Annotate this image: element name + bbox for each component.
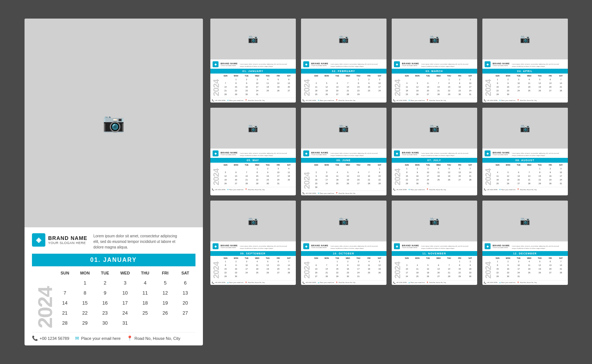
small-cal-cell bbox=[231, 167, 241, 170]
small-brand-icon: ◈ bbox=[213, 243, 219, 249]
small-cal-cell: 14 bbox=[284, 264, 294, 267]
small-contact-row: 📞 +00 1234 56789 ✉ Place your email here… bbox=[392, 98, 477, 103]
day-fri: FRI bbox=[155, 269, 175, 277]
small-cal-row: 15161718192021 bbox=[402, 174, 476, 178]
small-cal-cell: 13 bbox=[433, 267, 444, 271]
small-phone-icon: 📞 bbox=[393, 282, 395, 284]
small-cal-cell: 27 bbox=[513, 182, 524, 185]
small-year-label: 2024 bbox=[483, 74, 492, 96]
small-address-text: Road No, House No, City bbox=[429, 189, 446, 191]
small-email: ✉ Place your email here bbox=[318, 99, 334, 101]
small-brand-row: ◈ BRAND NAME YOUR SLOGAN HERE Lorem ipsu… bbox=[210, 59, 296, 68]
small-cal-cell: 21 bbox=[465, 174, 475, 178]
camera-icon: 📷 bbox=[520, 34, 530, 44]
small-cal-cell bbox=[332, 78, 342, 81]
small-cal-cell bbox=[503, 167, 513, 170]
small-cal-cell: 20 bbox=[454, 174, 465, 178]
small-cal-row: 17181920212223 bbox=[402, 271, 476, 274]
small-cal-cell: 17 bbox=[374, 85, 385, 88]
small-email-text: Place your email here bbox=[501, 282, 516, 283]
small-cal-cell: 26 bbox=[374, 271, 385, 274]
small-cal-header: SUNMONTUEWEDTHUFRISAT bbox=[220, 163, 294, 166]
small-email: ✉ Place your email here bbox=[227, 282, 244, 284]
camera-icon: 📷 bbox=[339, 34, 349, 44]
small-cal-cell: 19 bbox=[273, 85, 284, 88]
cal-cell: 17 bbox=[115, 298, 135, 308]
small-cal-cell bbox=[343, 78, 353, 81]
small-cal-row: 25262728293031 bbox=[402, 92, 476, 96]
small-cal-cell: 12 bbox=[534, 81, 545, 85]
small-cal-cell: 17 bbox=[465, 85, 475, 88]
phone-contact: 📞 +00 1234 56789 bbox=[32, 335, 69, 341]
small-cal-cell: 29 bbox=[492, 275, 503, 278]
small-cal-cell: 12 bbox=[534, 264, 545, 267]
small-phone-text: +00 1234 56789 bbox=[487, 282, 498, 283]
small-email-text: Place your email here bbox=[411, 100, 425, 101]
small-cal-cell: 30 bbox=[503, 275, 513, 278]
small-cal-cell: 1 bbox=[492, 260, 503, 263]
small-cal-grid: SUNMONTUEWEDTHUFRISAT1234567891011121314… bbox=[220, 257, 294, 279]
cal-row: 28 29 30 31 bbox=[55, 318, 195, 328]
small-cal-hcell: WED bbox=[524, 163, 534, 166]
small-cal-hcell: MON bbox=[321, 163, 332, 166]
small-cal-cell: 16 bbox=[412, 174, 423, 178]
small-cal-row: 293031 bbox=[492, 275, 566, 278]
small-address: 📍 Road No, House No, City bbox=[336, 282, 355, 284]
small-cal-cell: 25 bbox=[252, 271, 262, 274]
small-cal-grid: SUNMONTUEWEDTHUFRISAT1234567891011121314… bbox=[311, 257, 385, 279]
small-cal-cell bbox=[273, 275, 284, 278]
small-cal-cell: 28 bbox=[284, 271, 294, 274]
small-cal-cell: 2 bbox=[412, 167, 423, 170]
cal-cell: 13 bbox=[175, 288, 195, 298]
small-cal-cell: 21 bbox=[220, 89, 231, 92]
small-cal-cell: 25 bbox=[492, 182, 503, 185]
small-brand-row: ◈ BRAND NAME YOUR SLOGAN HERE Lorem ipsu… bbox=[392, 241, 477, 250]
small-cal-cell: 26 bbox=[503, 182, 513, 185]
small-cal-cell: 13 bbox=[273, 264, 284, 267]
small-location-icon: 📍 bbox=[245, 188, 247, 191]
small-brand-desc: Lorem ipsum dolor sit amet, consectetur … bbox=[240, 243, 294, 249]
small-cal-cell: 23 bbox=[311, 182, 321, 185]
small-cal-wrapper: 2024SUNMONTUEWEDTHUFRISAT123456789101112… bbox=[392, 163, 477, 187]
small-email-icon: ✉ bbox=[408, 282, 410, 284]
cal-cell: 10 bbox=[115, 288, 135, 298]
small-location-icon: 📍 bbox=[517, 282, 519, 284]
small-cal-cell: 3 bbox=[513, 260, 524, 263]
small-cal-header: SUNMONTUEWEDTHUFRISAT bbox=[220, 74, 294, 77]
small-cal-cell: 7 bbox=[364, 170, 374, 174]
small-cal-cell: 5 bbox=[503, 170, 513, 174]
small-cal-cell: 13 bbox=[545, 264, 556, 267]
small-cal-cell: 22 bbox=[534, 178, 545, 181]
small-brand-slogan: YOUR SLOGAN HERE bbox=[493, 154, 510, 156]
small-cal-hcell: SUN bbox=[311, 257, 321, 260]
cal-row: 1 2 3 4 5 6 bbox=[55, 278, 195, 287]
small-cal-cell: 1 bbox=[534, 167, 545, 170]
month-number-large: 01. bbox=[90, 257, 103, 263]
small-cal-header: SUNMONTUEWEDTHUFRISAT bbox=[492, 257, 566, 260]
small-cal-cell: 18 bbox=[332, 178, 342, 181]
brand-slogan: YOUR SLOGAN HERE bbox=[48, 241, 88, 245]
small-cal-row: 45678910 bbox=[492, 170, 566, 174]
cal-cell: 23 bbox=[95, 308, 115, 318]
small-cal-cell: 15 bbox=[534, 174, 545, 178]
small-cal-hcell: SUN bbox=[220, 163, 231, 166]
small-cal-cell bbox=[423, 260, 433, 263]
small-cal-cell: 20 bbox=[231, 178, 241, 181]
small-brand-row: ◈ BRAND NAME YOUR SLOGAN HERE Lorem ipsu… bbox=[301, 149, 386, 157]
small-cal-cell: 15 bbox=[402, 174, 412, 178]
small-year-label: 2024 bbox=[392, 74, 402, 96]
cal-cell: 8 bbox=[75, 288, 95, 298]
small-cal-row: 293031 bbox=[402, 182, 476, 185]
small-cal-hcell: SUN bbox=[492, 257, 503, 260]
small-cal-cell: 26 bbox=[273, 89, 284, 92]
small-phone: 📞 +00 1234 56789 bbox=[212, 282, 226, 284]
small-cal-row: 10111213141516 bbox=[402, 267, 476, 271]
cal-cell: 11 bbox=[135, 288, 155, 298]
small-cal-cell: 3 bbox=[252, 78, 262, 81]
small-cal-cell bbox=[273, 92, 284, 96]
small-cal-cell: 26 bbox=[423, 275, 433, 278]
month-name-large: JANUARY bbox=[103, 257, 137, 263]
small-month-header: 12. DECEMBER bbox=[482, 251, 568, 256]
small-month-header: 09. SEPTEMBER bbox=[210, 251, 296, 256]
small-cal-cell bbox=[444, 260, 454, 263]
